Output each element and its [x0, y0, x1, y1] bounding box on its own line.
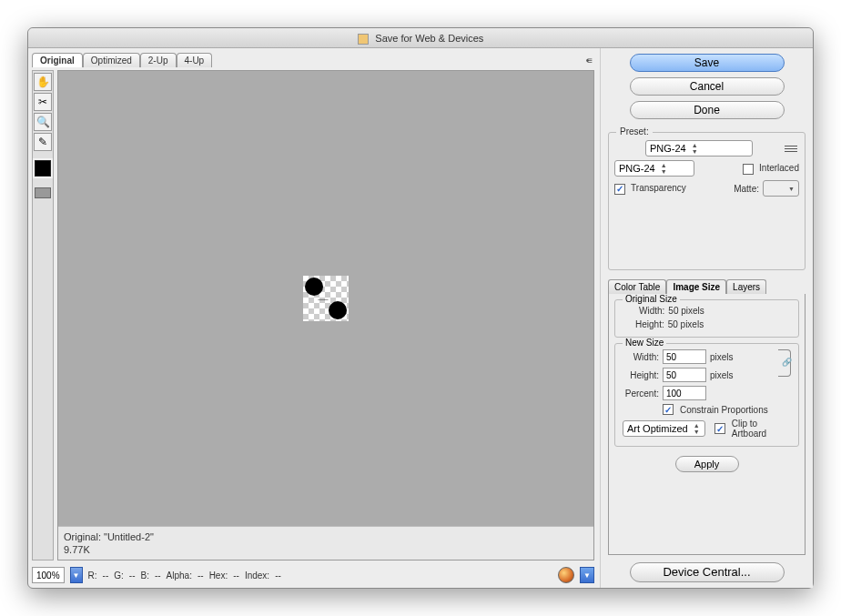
interlaced-option[interactable]: Interlaced — [743, 162, 799, 174]
tab-2up[interactable]: 2-Up — [140, 53, 177, 67]
browser-dropdown-icon[interactable]: ▼ — [580, 567, 594, 583]
status-index-label: Index: — [245, 571, 269, 581]
preview-info: Original: "Untitled-2" 9.77K — [58, 526, 593, 560]
preset-select[interactable]: PNG-24▲▼ — [645, 140, 753, 157]
artwork-preview: ~~~ — [303, 276, 349, 321]
new-width-unit: pixels — [710, 352, 734, 362]
preset-menu-icon[interactable] — [783, 141, 799, 156]
info-filesize: 9.77K — [64, 543, 588, 556]
status-r-value: -- — [103, 571, 109, 581]
save-button[interactable]: Save — [630, 54, 785, 72]
done-button[interactable]: Done — [630, 101, 785, 119]
status-g-value: -- — [129, 571, 136, 581]
toolbar: ✋ ✂ 🔍 ✎ — [32, 70, 54, 560]
new-height-unit: pixels — [710, 370, 734, 380]
artwork-shape — [305, 278, 323, 296]
tab-image-size[interactable]: Image Size — [666, 279, 726, 294]
browser-preview-icon[interactable] — [558, 567, 574, 583]
cancel-button[interactable]: Cancel — [630, 77, 785, 96]
titlebar: Save for Web & Devices — [28, 28, 813, 48]
status-b-value: -- — [155, 571, 161, 581]
new-size-group: New Size Width: pixels Height: pi — [614, 343, 799, 447]
transparency-checkbox[interactable] — [614, 184, 625, 195]
clip-checkbox[interactable] — [714, 423, 724, 434]
status-alpha-label: Alpha: — [167, 571, 192, 581]
tab-4up[interactable]: 4-Up — [177, 53, 213, 67]
device-central-button[interactable]: Device Central... — [630, 562, 785, 582]
preset-group: Preset: PNG-24▲▼ PNG-24▲▼ Interlaced — [608, 132, 806, 270]
status-hex-value: -- — [233, 571, 239, 581]
hand-tool-icon[interactable]: ✋ — [34, 73, 52, 91]
tab-options-menu-icon[interactable]: •≡ — [583, 56, 594, 66]
interlaced-checkbox[interactable] — [743, 164, 754, 175]
artwork-stroke: ~~~ — [318, 296, 328, 304]
preview-canvas[interactable]: ~~~ — [58, 71, 593, 526]
orig-height-value: 50 pixels — [668, 319, 704, 329]
link-dimensions-icon[interactable] — [778, 349, 791, 377]
percent-label: Percent: — [623, 389, 659, 399]
image-size-panel: Original Size Width: 50 pixels Height: 5… — [608, 294, 806, 555]
slice-tool-icon[interactable]: ✂ — [34, 93, 52, 111]
tab-optimized[interactable]: Optimized — [83, 53, 140, 67]
tab-layers[interactable]: Layers — [726, 279, 766, 294]
info-filename: Original: "Untitled-2" — [64, 530, 588, 543]
tab-original[interactable]: Original — [32, 53, 83, 67]
matte-label: Matte: — [734, 184, 759, 194]
app-icon — [358, 34, 369, 45]
status-hex-label: Hex: — [209, 571, 228, 581]
orig-height-label: Height: — [635, 319, 664, 329]
foreground-color-swatch[interactable] — [35, 160, 51, 177]
clip-label: Clip to Artboard — [732, 419, 791, 439]
transparency-option[interactable]: Transparency — [614, 182, 686, 194]
orig-width-value: 50 pixels — [668, 306, 704, 316]
panel-tabs: Color Table Image Size Layers — [608, 279, 806, 294]
status-b-label: B: — [140, 571, 148, 581]
status-alpha-value: -- — [198, 571, 204, 581]
quality-select[interactable]: Art Optimized▲▼ — [623, 420, 705, 437]
new-height-label: Height: — [623, 370, 659, 380]
new-height-input[interactable] — [663, 368, 706, 382]
matte-select[interactable]: ▼ — [763, 180, 799, 197]
artwork-shape — [329, 301, 347, 319]
format-select[interactable]: PNG-24▲▼ — [614, 160, 694, 177]
preset-label: Preset: — [616, 126, 653, 136]
orig-width-label: Width: — [639, 306, 664, 316]
original-size-group: Original Size Width: 50 pixels Height: 5… — [614, 299, 799, 338]
constrain-checkbox[interactable] — [663, 404, 674, 415]
zoom-level[interactable]: 100% — [32, 567, 65, 583]
status-index-value: -- — [275, 571, 281, 581]
status-r-label: R: — [88, 571, 97, 581]
view-tabs: Original Optimized 2-Up 4-Up •≡ — [32, 52, 594, 68]
eyedropper-tool-icon[interactable]: ✎ — [34, 133, 52, 151]
slice-visibility-icon[interactable] — [35, 187, 51, 198]
save-for-web-dialog: Save for Web & Devices Original Optimize… — [27, 27, 814, 589]
status-g-label: G: — [114, 571, 124, 581]
constrain-label: Constrain Proportions — [680, 405, 768, 415]
new-width-input[interactable] — [663, 349, 706, 364]
new-width-label: Width: — [623, 352, 659, 362]
dialog-title: Save for Web & Devices — [375, 33, 483, 44]
tab-color-table[interactable]: Color Table — [608, 279, 666, 294]
zoom-tool-icon[interactable]: 🔍 — [34, 113, 52, 131]
apply-button[interactable]: Apply — [675, 456, 739, 472]
status-bar: 100% ▼ R: -- G: -- B: -- Alpha: -- Hex: … — [32, 566, 594, 584]
percent-input[interactable] — [663, 386, 706, 400]
zoom-dropdown-icon[interactable]: ▼ — [70, 567, 83, 583]
